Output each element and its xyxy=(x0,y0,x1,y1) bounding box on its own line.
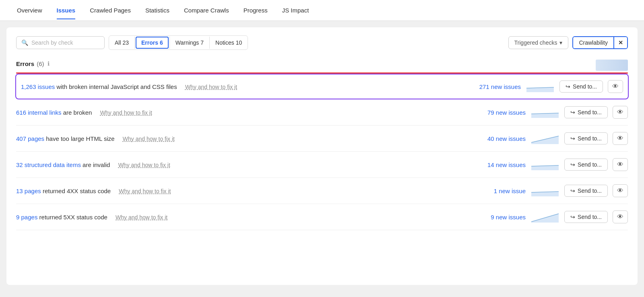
search-icon: 🔍 xyxy=(21,39,28,46)
issue-row-6: 9 pages returned 5XX status code Why and… xyxy=(16,204,628,230)
send-arrow-icon-2: ↪ xyxy=(570,109,575,116)
issue-row-3: 407 pages have too large HTML size Why a… xyxy=(16,126,628,152)
issue-desc-4: are invalid xyxy=(81,161,110,168)
send-button-3[interactable]: ↪ Send to... xyxy=(564,132,608,144)
nav-js-impact[interactable]: JS Impact xyxy=(275,1,316,19)
header-mini-chart xyxy=(596,60,628,71)
main-panel: 🔍 Search by check All 23 Errors 6 Warnin… xyxy=(6,27,638,285)
section-title: Errors (6) xyxy=(16,60,44,67)
triggered-checks-label: Triggered checks xyxy=(514,39,557,46)
nav-issues[interactable]: Issues xyxy=(50,1,83,19)
eye-button-5[interactable]: 👁 xyxy=(613,184,628,197)
send-label-1: Send to... xyxy=(573,83,597,90)
send-label-3: Send to... xyxy=(578,135,602,142)
nav-compare-crawls[interactable]: Compare Crawls xyxy=(177,1,236,19)
send-arrow-icon-3: ↪ xyxy=(570,135,575,142)
new-issues-count-6: 9 new issues xyxy=(473,214,526,221)
send-button-4[interactable]: ↪ Send to... xyxy=(564,159,608,171)
eye-icon-4: 👁 xyxy=(617,161,623,168)
info-icon[interactable]: ℹ xyxy=(47,60,50,67)
filter-errors-button[interactable]: Errors 6 xyxy=(136,37,169,49)
section-header-row: Errors (6) ℹ xyxy=(16,60,628,71)
new-issues-count-1: 271 new issues xyxy=(469,83,521,90)
section-count: (6) xyxy=(37,60,44,67)
issue-link-6[interactable]: 9 pages xyxy=(16,214,37,221)
search-placeholder: Search by check xyxy=(31,39,73,46)
send-button-2[interactable]: ↪ Send to... xyxy=(564,106,608,118)
eye-button-4[interactable]: 👁 xyxy=(613,158,628,171)
issue-link-3[interactable]: 407 pages xyxy=(16,135,44,142)
filter-all-button[interactable]: All 23 xyxy=(109,37,134,49)
issue-text-1: 1,263 issues with broken internal JavaSc… xyxy=(21,83,464,90)
issue-link-1[interactable]: 1,263 issues xyxy=(21,83,55,90)
eye-icon-2: 👁 xyxy=(617,109,623,116)
issue-desc-6: returned 5XX status code xyxy=(37,214,107,221)
send-label-2: Send to... xyxy=(578,109,602,116)
issue-desc-3: have too large HTML size xyxy=(44,135,115,142)
eye-icon-6: 👁 xyxy=(617,213,623,221)
issue-row-2: 616 internal links are broken Why and ho… xyxy=(16,99,628,126)
crawlability-tag: Crawlability ✕ xyxy=(572,36,628,49)
issue-link-2[interactable]: 616 internal links xyxy=(16,109,62,116)
send-arrow-icon-1: ↪ xyxy=(566,83,570,90)
send-button-1[interactable]: ↪ Send to... xyxy=(559,80,603,93)
top-navigation: Overview Issues Crawled Pages Statistics… xyxy=(0,0,644,21)
send-label-6: Send to... xyxy=(578,214,602,220)
send-arrow-icon-5: ↪ xyxy=(570,188,575,194)
issue-text-6: 9 pages returned 5XX status code Why and… xyxy=(16,214,469,221)
new-issues-count-2: 79 new issues xyxy=(473,109,526,116)
eye-button-3[interactable]: 👁 xyxy=(613,132,628,145)
issue-text-4: 32 structured data items are invalid Why… xyxy=(16,161,469,168)
issue-link-4[interactable]: 32 structured data items xyxy=(16,161,81,168)
errors-section-header: Errors (6) ℹ xyxy=(16,60,50,67)
why-fix-link-5[interactable]: Why and how to fix it xyxy=(119,188,171,194)
filter-bar: 🔍 Search by check All 23 Errors 6 Warnin… xyxy=(16,35,628,50)
why-fix-link-4[interactable]: Why and how to fix it xyxy=(118,162,170,168)
eye-button-2[interactable]: 👁 xyxy=(613,106,628,119)
chevron-down-icon: ▾ xyxy=(559,39,562,46)
send-arrow-icon-6: ↪ xyxy=(570,214,575,220)
new-issues-count-5: 1 new issue xyxy=(473,188,526,194)
issue-text-5: 13 pages returned 4XX status code Why an… xyxy=(16,188,469,194)
send-label-5: Send to... xyxy=(578,188,602,194)
issue-text-2: 616 internal links are broken Why and ho… xyxy=(16,109,469,116)
why-fix-link-3[interactable]: Why and how to fix it xyxy=(123,136,175,142)
issue-link-5[interactable]: 13 pages xyxy=(16,188,41,194)
issue-row-4: 32 structured data items are invalid Why… xyxy=(16,152,628,178)
nav-overview[interactable]: Overview xyxy=(10,1,50,19)
issue-row-1: 1,263 issues with broken internal JavaSc… xyxy=(15,74,629,99)
why-fix-link-6[interactable]: Why and how to fix it xyxy=(116,214,167,221)
issue-row-5: 13 pages returned 4XX status code Why an… xyxy=(16,178,628,204)
issues-list: 1,263 issues with broken internal JavaSc… xyxy=(16,74,628,230)
eye-icon-3: 👁 xyxy=(617,135,623,142)
crawlability-close-button[interactable]: ✕ xyxy=(613,37,627,48)
eye-button-6[interactable]: 👁 xyxy=(613,210,628,223)
eye-button-1[interactable]: 👁 xyxy=(608,80,623,93)
nav-progress[interactable]: Progress xyxy=(236,1,275,19)
send-button-6[interactable]: ↪ Send to... xyxy=(564,211,608,223)
send-button-5[interactable]: ↪ Send to... xyxy=(564,185,608,197)
mini-chart-1 xyxy=(526,81,555,92)
issue-desc-2: are broken xyxy=(62,109,92,116)
mini-chart-5 xyxy=(530,185,559,196)
why-fix-link-2[interactable]: Why and how to fix it xyxy=(100,109,152,116)
filter-separator xyxy=(134,37,135,49)
why-fix-link-1[interactable]: Why and how to fix it xyxy=(185,84,237,90)
nav-statistics[interactable]: Statistics xyxy=(138,1,177,19)
issue-text-3: 407 pages have too large HTML size Why a… xyxy=(16,135,469,142)
new-issues-count-3: 40 new issues xyxy=(473,135,526,142)
eye-icon-1: 👁 xyxy=(612,83,619,90)
filter-notices-button[interactable]: Notices 10 xyxy=(210,37,248,49)
send-arrow-icon-4: ↪ xyxy=(570,161,575,168)
mini-chart-4 xyxy=(530,159,559,170)
crawlability-label: Crawlability xyxy=(573,37,613,48)
mini-chart-2 xyxy=(530,107,559,118)
search-box[interactable]: 🔍 Search by check xyxy=(16,36,105,49)
new-issues-count-4: 14 new issues xyxy=(473,161,526,168)
triggered-checks-button[interactable]: Triggered checks ▾ xyxy=(508,36,569,49)
filter-type-group: All 23 Errors 6 Warnings 7 Notices 10 xyxy=(109,35,248,50)
send-label-4: Send to... xyxy=(578,161,602,168)
mini-chart-3 xyxy=(530,133,559,144)
filter-warnings-button[interactable]: Warnings 7 xyxy=(170,37,209,49)
nav-crawled-pages[interactable]: Crawled Pages xyxy=(83,1,138,19)
